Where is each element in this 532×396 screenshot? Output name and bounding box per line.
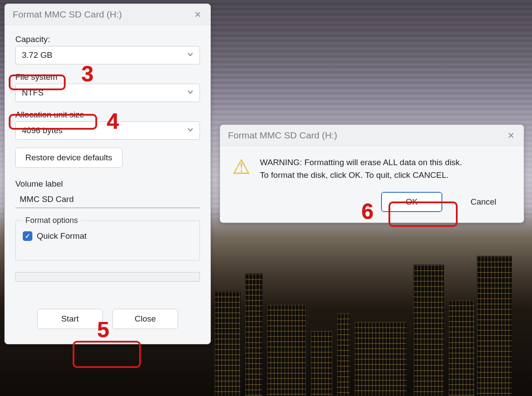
warning-message: WARNING: Formatting will erase ALL data …: [260, 156, 462, 181]
warning-dialog-titlebar: Format MMC SD Card (H:): [220, 125, 524, 146]
format-dialog-title: Format MMC SD Card (H:): [13, 9, 122, 20]
capacity-select[interactable]: 3.72 GB: [15, 46, 200, 64]
annotation-box-5: [73, 341, 141, 368]
capacity-field: Capacity: 3.72 GB: [15, 35, 200, 64]
allocation-value: 4096 bytes: [22, 126, 63, 135]
restore-defaults-button[interactable]: Restore device defaults: [15, 148, 122, 168]
allocation-field: Allocation unit size 4096 bytes: [15, 110, 200, 140]
chevron-down-icon: [187, 127, 193, 134]
close-button[interactable]: Close: [112, 309, 178, 329]
close-icon[interactable]: [190, 7, 205, 22]
filesystem-select[interactable]: NTFS: [15, 84, 200, 102]
desktop-background: Format MMC SD Card (H:) Capacity: 3.72 G…: [0, 0, 532, 396]
warning-dialog-title: Format MMC SD Card (H:): [228, 130, 337, 141]
format-options-group: Format options ✓ Quick Format: [15, 216, 200, 261]
volume-label-input[interactable]: [15, 191, 200, 208]
skyline: [210, 263, 532, 396]
start-button[interactable]: Start: [37, 309, 103, 329]
capacity-label: Capacity:: [15, 35, 200, 44]
close-icon[interactable]: [504, 128, 518, 143]
format-dialog: Format MMC SD Card (H:) Capacity: 3.72 G…: [4, 4, 211, 344]
chevron-down-icon: [187, 51, 193, 59]
filesystem-label: File system: [15, 72, 57, 82]
quick-format-label: Quick Format: [37, 231, 87, 241]
chevron-down-icon: [187, 89, 193, 97]
filesystem-value: NTFS: [22, 88, 44, 98]
allocation-select[interactable]: 4096 bytes: [15, 121, 200, 140]
volume-label-field: Volume label: [15, 179, 200, 208]
allocation-label: Allocation unit size: [15, 110, 84, 120]
format-progress: [15, 272, 200, 282]
quick-format-checkbox[interactable]: ✓: [23, 231, 32, 241]
cancel-button[interactable]: Cancel: [457, 192, 510, 212]
format-dialog-titlebar: Format MMC SD Card (H:): [5, 4, 210, 25]
ok-button[interactable]: OK: [381, 192, 442, 212]
warning-dialog: Format MMC SD Card (H:) ⚠ WARNING: Forma…: [220, 124, 524, 223]
volume-label-caption: Volume label: [15, 179, 200, 189]
format-options-legend: Format options: [23, 216, 80, 225]
filesystem-field: File system NTFS: [15, 72, 200, 102]
capacity-value: 3.72 GB: [22, 50, 52, 60]
warning-icon: ⚠: [232, 156, 250, 181]
